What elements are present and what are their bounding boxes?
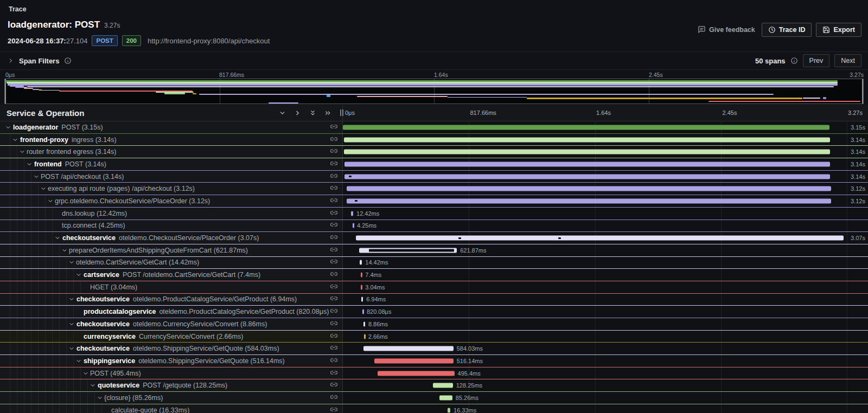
span-name-cell[interactable]: HGET (3.04ms) xyxy=(0,281,343,293)
span-row[interactable]: POST (495.4ms)495.4ms xyxy=(0,367,868,380)
span-name-cell[interactable]: grpc.oteldemo.CheckoutService/PlaceOrder… xyxy=(0,195,343,207)
chevron-down-icon[interactable] xyxy=(31,173,41,180)
span-link-icon[interactable] xyxy=(330,320,337,328)
span-name-cell[interactable]: currencyserviceCurrencyService/Convert (… xyxy=(0,331,343,343)
minimap-canvas[interactable] xyxy=(4,79,864,104)
chevron-down-icon[interactable] xyxy=(67,296,76,302)
span-row[interactable]: currencyserviceCurrencyService/Convert (… xyxy=(0,331,868,343)
chevron-down-icon[interactable] xyxy=(46,198,55,204)
span-duration-bar[interactable] xyxy=(351,211,353,216)
span-duration-bar[interactable] xyxy=(347,198,831,203)
chevron-down-icon[interactable] xyxy=(74,272,83,278)
span-name-cell[interactable]: {closure} (85.26ms) xyxy=(0,392,343,404)
chevron-down-icon[interactable] xyxy=(67,345,76,352)
span-row[interactable]: {closure} (85.26ms)85.26ms xyxy=(0,392,868,404)
span-name-cell[interactable]: prepareOrderItemsAndShippingQuoteFromCar… xyxy=(0,244,343,256)
span-link-icon[interactable] xyxy=(330,283,337,292)
span-row[interactable]: dns.lookup (12.42ms)12.42ms xyxy=(0,208,868,220)
span-name-cell[interactable]: router frontend egress (3.14s) xyxy=(0,146,343,158)
span-link-icon[interactable] xyxy=(330,381,337,390)
chevron-down-icon[interactable] xyxy=(53,235,62,241)
span-link-icon[interactable] xyxy=(330,246,337,255)
span-duration-bar[interactable] xyxy=(378,371,454,376)
span-link-icon[interactable] xyxy=(330,197,337,205)
span-name-cell[interactable]: frontend-proxyingress (3.14s) xyxy=(0,134,343,146)
chevron-down-icon[interactable] xyxy=(74,358,83,364)
span-name-cell[interactable]: oteldemo.CartService/GetCart (14.42ms) xyxy=(0,257,343,269)
span-row[interactable]: POST /api/checkout (3.14s)3.14s xyxy=(0,171,868,183)
span-link-icon[interactable] xyxy=(330,393,337,402)
span-row[interactable]: grpc.oteldemo.CheckoutService/PlaceOrder… xyxy=(0,195,868,208)
span-duration-bar[interactable] xyxy=(343,125,829,130)
chevron-down-icon[interactable] xyxy=(10,137,20,143)
chevron-down-icon[interactable] xyxy=(39,185,48,192)
span-row[interactable]: frontend-proxyingress (3.14s)3.14s xyxy=(0,134,868,146)
span-duration-bar[interactable] xyxy=(356,236,843,241)
span-duration-bar[interactable] xyxy=(439,395,452,400)
span-row[interactable]: oteldemo.CartService/GetCart (14.42ms)14… xyxy=(0,257,868,269)
span-duration-bar[interactable] xyxy=(362,309,364,314)
trace-id-button[interactable]: Trace ID xyxy=(762,23,812,37)
span-row[interactable]: checkoutserviceoteldemo.ProductCatalogSe… xyxy=(0,294,868,306)
chevron-down-icon[interactable] xyxy=(95,395,104,401)
span-duration-bar[interactable] xyxy=(359,248,457,253)
span-link-icon[interactable] xyxy=(330,357,337,365)
span-row[interactable]: calculate-quote (16.33ms)16.33ms xyxy=(0,404,868,413)
span-row[interactable]: quoteservicePOST /getquote (128.25ms)128… xyxy=(0,379,868,392)
span-row[interactable]: executing api route (pages) /api/checkou… xyxy=(0,183,868,195)
span-duration-bar[interactable] xyxy=(363,346,454,351)
span-duration-bar[interactable] xyxy=(361,285,362,289)
span-link-icon[interactable] xyxy=(330,123,337,132)
span-link-icon[interactable] xyxy=(330,307,337,316)
span-link-icon[interactable] xyxy=(330,344,337,353)
span-link-icon[interactable] xyxy=(330,295,337,304)
minimap-viewport-right-handle[interactable] xyxy=(862,79,863,104)
span-name-cell[interactable]: executing api route (pages) /api/checkou… xyxy=(0,183,343,195)
span-link-icon[interactable] xyxy=(330,234,337,242)
span-filters-toggle[interactable]: Span Filters xyxy=(8,57,72,65)
span-duration-bar[interactable] xyxy=(344,150,831,154)
span-link-icon[interactable] xyxy=(330,184,337,193)
span-name-cell[interactable]: dns.lookup (12.42ms) xyxy=(0,208,343,220)
span-row[interactable]: router frontend egress (3.14s)3.14s xyxy=(0,146,868,158)
span-name-cell[interactable]: cartservicePOST /oteldemo.CartService/Ge… xyxy=(0,269,343,281)
collapse-all-icon[interactable] xyxy=(309,109,316,117)
expand-one-icon[interactable] xyxy=(294,109,301,117)
span-link-icon[interactable] xyxy=(330,135,337,144)
span-duration-bar[interactable] xyxy=(344,162,831,166)
span-link-icon[interactable] xyxy=(330,258,337,267)
span-name-cell[interactable]: loadgeneratorPOST (3.15s) xyxy=(0,121,343,133)
span-row[interactable]: cartservicePOST /oteldemo.CartService/Ge… xyxy=(0,269,868,281)
span-name-cell[interactable]: checkoutserviceoteldemo.ProductCatalogSe… xyxy=(0,294,343,306)
span-duration-bar[interactable] xyxy=(433,383,452,388)
collapse-one-icon[interactable] xyxy=(279,109,286,117)
span-duration-bar[interactable] xyxy=(361,273,362,278)
span-row[interactable]: checkoutserviceoteldemo.ShippingService/… xyxy=(0,343,868,355)
span-name-cell[interactable]: checkoutserviceoteldemo.ShippingService/… xyxy=(0,343,343,354)
span-link-icon[interactable] xyxy=(330,369,337,378)
span-link-icon[interactable] xyxy=(330,332,337,341)
span-duration-bar[interactable] xyxy=(363,321,365,326)
span-duration-bar[interactable] xyxy=(360,260,362,265)
give-feedback-button[interactable]: Give feedback xyxy=(695,23,757,36)
span-duration-bar[interactable] xyxy=(448,408,450,412)
span-row[interactable]: productcatalogserviceoteldemo.ProductCat… xyxy=(0,306,868,318)
span-name-cell[interactable]: calculate-quote (16.33ms) xyxy=(0,404,343,413)
span-link-icon[interactable] xyxy=(330,209,337,218)
span-name-cell[interactable]: productcatalogserviceoteldemo.ProductCat… xyxy=(0,306,343,318)
expand-all-icon[interactable] xyxy=(324,109,331,117)
span-name-cell[interactable]: shippingserviceoteldemo.ShippingService/… xyxy=(0,355,343,367)
next-button[interactable]: Next xyxy=(834,54,861,67)
span-link-icon[interactable] xyxy=(330,221,337,230)
span-name-cell[interactable]: POST /api/checkout (3.14s) xyxy=(0,171,343,183)
span-row[interactable]: shippingserviceoteldemo.ShippingService/… xyxy=(0,355,868,367)
span-link-icon[interactable] xyxy=(330,172,337,181)
export-button[interactable]: Export xyxy=(816,23,861,37)
span-link-icon[interactable] xyxy=(330,147,337,156)
span-link-icon[interactable] xyxy=(330,270,337,279)
span-duration-bar[interactable] xyxy=(344,174,831,179)
chevron-down-icon[interactable] xyxy=(81,370,90,377)
span-row[interactable]: checkoutserviceoteldemo.CheckoutService/… xyxy=(0,232,868,244)
chevron-down-icon[interactable] xyxy=(3,124,12,131)
span-name-cell[interactable]: checkoutserviceoteldemo.CurrencyService/… xyxy=(0,318,343,330)
